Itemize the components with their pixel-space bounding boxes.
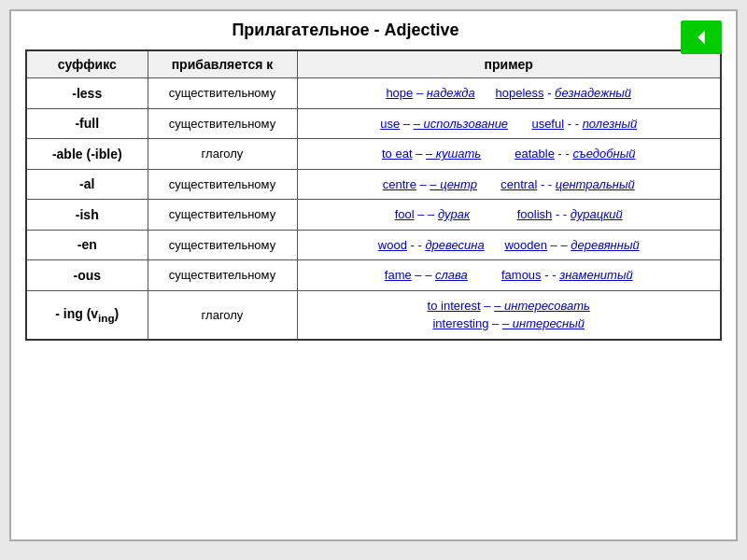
- example-cell: hope – надежда hopeless - безнадежный: [297, 78, 721, 109]
- example-link[interactable]: fool: [395, 207, 415, 221]
- example-cell: centre – – центр central - - центральный: [297, 169, 721, 200]
- suffix-cell: -able (-ible): [26, 139, 148, 170]
- example-cell: wood - - древесина wooden – – деревянный: [297, 230, 721, 260]
- back-arrow-icon: [691, 27, 712, 48]
- suffix-cell: -en: [26, 230, 148, 260]
- suffix-cell: -ish: [26, 200, 148, 231]
- addto-cell: существительному: [148, 78, 297, 109]
- suffix-cell: -full: [26, 108, 148, 139]
- example-link[interactable]: fame: [385, 268, 412, 282]
- addto-cell: существительному: [148, 230, 297, 260]
- table-header-row: суффикс прибавляется к пример: [26, 50, 721, 78]
- example-cell: to eat – – кушать eatable - - съедобный: [297, 139, 721, 170]
- table-row: -ish существительному fool – – дурак foo…: [26, 200, 721, 231]
- example-link[interactable]: useful: [531, 117, 564, 131]
- addto-cell: существительному: [148, 169, 297, 200]
- svg-marker-0: [698, 31, 704, 45]
- example-link[interactable]: interesting: [432, 316, 488, 330]
- table-row: -en существительному wood - - древесина …: [26, 230, 721, 260]
- example-link[interactable]: centre: [383, 177, 416, 191]
- table-row: -ous существительному fame – – слава fam…: [26, 260, 721, 291]
- addto-cell: глаголу: [148, 139, 297, 170]
- example-link[interactable]: famous: [501, 268, 542, 282]
- example-link[interactable]: hope: [386, 86, 413, 100]
- example-link[interactable]: eatable: [514, 147, 555, 161]
- example-link[interactable]: wooden: [504, 238, 547, 252]
- table-row: -able (-ible) глаголу to eat – – кушать …: [26, 139, 721, 170]
- example-link[interactable]: to interest: [428, 299, 481, 313]
- header-area: Прилагательное - Adjective: [25, 21, 722, 40]
- page-wrapper: Прилагательное - Adjective суффикс приба…: [9, 9, 738, 541]
- suffix-cell: -al: [26, 169, 148, 200]
- addto-cell: глаголу: [148, 290, 297, 340]
- table-row: - ing (ving) глаголу to interest – – инт…: [26, 290, 721, 340]
- example-link[interactable]: wood: [378, 238, 407, 252]
- table-row: -al существительному centre – – центр ce…: [26, 169, 721, 200]
- example-cell: fame – – слава famous - - знаменитый: [297, 260, 721, 291]
- suffix-cell: -ous: [26, 260, 148, 291]
- page-title: Прилагательное - Adjective: [232, 21, 458, 40]
- addto-cell: существительному: [148, 260, 297, 291]
- suffix-cell: - ing (ving): [26, 290, 148, 340]
- example-cell: fool – – дурак foolish - - дурацкий: [297, 200, 721, 231]
- col-header-addto: прибавляется к: [148, 50, 297, 78]
- example-link[interactable]: hopeless: [495, 86, 543, 100]
- suffix-cell: -less: [26, 78, 148, 109]
- col-header-example: пример: [297, 50, 721, 78]
- table-row: -less существительному hope – надежда ho…: [26, 78, 721, 109]
- example-link[interactable]: to eat: [382, 147, 413, 161]
- table-row: -full существительному use – – использов…: [26, 108, 721, 139]
- addto-cell: существительному: [148, 108, 297, 139]
- col-header-suffix: суффикс: [26, 50, 148, 78]
- example-link[interactable]: foolish: [517, 207, 553, 221]
- nav-back-button[interactable]: [681, 21, 722, 54]
- suffix-table: суффикс прибавляется к пример -less суще…: [25, 49, 722, 341]
- example-link[interactable]: use: [380, 117, 400, 131]
- addto-cell: существительному: [148, 200, 297, 231]
- example-link[interactable]: central: [500, 177, 537, 191]
- example-cell: to interest – – интересовать interesting…: [297, 290, 721, 340]
- example-cell: use – – использование useful - - полезны…: [297, 108, 721, 139]
